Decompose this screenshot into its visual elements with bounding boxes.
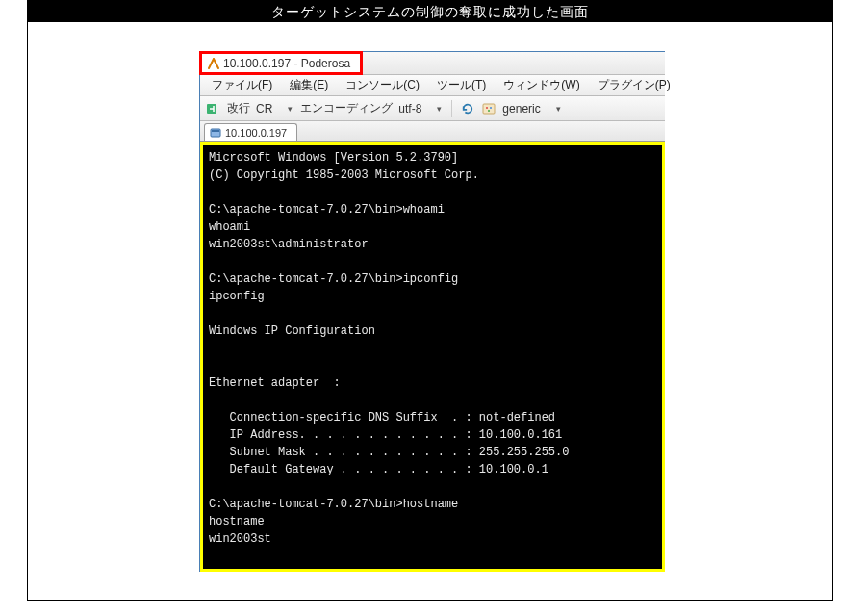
newline-value[interactable]: CR — [256, 102, 280, 116]
poderosa-window: 10.100.0.197 - Poderosa ファイル(F) 編集(E) コン… — [199, 51, 665, 572]
refresh-icon[interactable] — [460, 101, 475, 116]
terminal-output[interactable]: Microsoft Windows [Version 5.2.3790] (C)… — [203, 145, 662, 569]
encoding-label: エンコーディング — [300, 100, 393, 116]
svg-rect-1 — [483, 104, 495, 114]
menu-console[interactable]: コンソール(C) — [338, 75, 427, 95]
figure-caption: ターゲットシステムの制御の奪取に成功した画面 — [28, 1, 832, 22]
window-title-tab: 10.100.0.197 - Poderosa — [199, 51, 363, 75]
terminal-tab-icon — [210, 127, 221, 139]
window-title-text: 10.100.0.197 - Poderosa — [223, 57, 350, 70]
encoding-value[interactable]: utf-8 — [398, 102, 429, 116]
toolbar: 改行 CR ▾ エンコーディング utf-8 ▾ — [200, 96, 665, 121]
terminal-tab[interactable]: 10.100.0.197 — [204, 123, 297, 141]
figure-content: 10.100.0.197 - Poderosa ファイル(F) 編集(E) コン… — [28, 22, 832, 600]
svg-point-3 — [490, 107, 492, 109]
window-titlebar: 10.100.0.197 - Poderosa — [200, 52, 665, 75]
menu-file[interactable]: ファイル(F) — [204, 75, 280, 95]
svg-point-2 — [486, 107, 488, 109]
terminal-tab-bar: 10.100.0.197 — [200, 121, 665, 142]
svg-point-4 — [488, 110, 490, 112]
terminal-tab-label: 10.100.0.197 — [225, 127, 287, 139]
menu-tool[interactable]: ツール(T) — [429, 75, 494, 95]
generic-dropdown-icon[interactable]: ▾ — [554, 104, 563, 114]
palette-icon[interactable] — [481, 101, 497, 116]
terminal-highlight-frame: Microsoft Windows [Version 5.2.3790] (C)… — [200, 142, 665, 572]
toolbar-separator — [451, 100, 452, 117]
newline-label: 改行 — [227, 100, 250, 116]
encoding-dropdown-icon[interactable]: ▾ — [435, 104, 444, 114]
menu-plugin[interactable]: プラグイン(P) — [590, 75, 678, 95]
menu-bar: ファイル(F) 編集(E) コンソール(C) ツール(T) ウィンドウ(W) プ… — [200, 75, 665, 96]
generic-dropdown[interactable]: generic — [502, 102, 548, 116]
menu-edit[interactable]: 編集(E) — [282, 75, 336, 95]
newline-dropdown-icon[interactable]: ▾ — [286, 104, 294, 114]
newline-icon[interactable] — [206, 101, 221, 116]
svg-rect-6 — [212, 130, 219, 132]
poderosa-icon — [208, 58, 219, 69]
figure-frame: ターゲットシステムの制御の奪取に成功した画面 10.100.0.197 - Po… — [27, 0, 833, 601]
menu-window[interactable]: ウィンドウ(W) — [496, 75, 587, 95]
